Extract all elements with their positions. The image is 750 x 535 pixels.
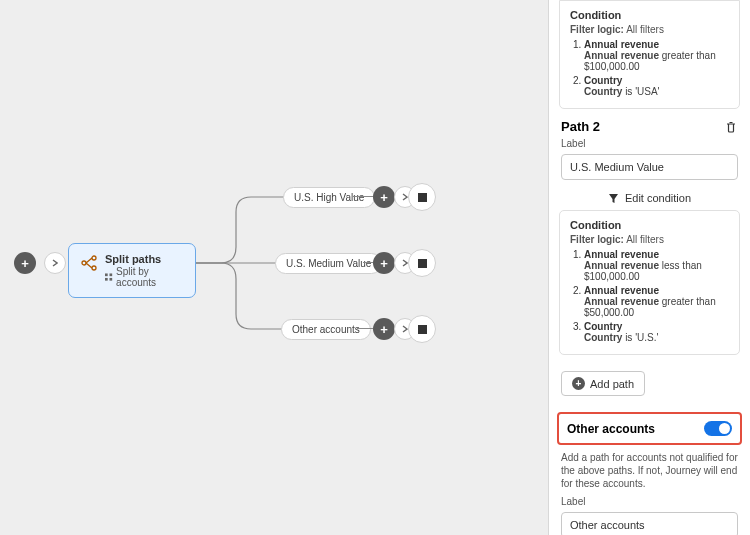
svg-rect-6 xyxy=(109,277,112,280)
other-label-input[interactable] xyxy=(561,512,738,535)
condition-item: Annual revenue Annual revenue less than … xyxy=(584,249,729,282)
chevron-icon xyxy=(44,252,66,274)
condition-title: Condition xyxy=(570,9,729,21)
split-icon xyxy=(80,254,98,272)
add-path-button[interactable]: + Add path xyxy=(561,371,645,396)
svg-rect-5 xyxy=(105,277,108,280)
end-node[interactable] xyxy=(408,183,436,211)
split-node-title: Split paths xyxy=(105,253,184,265)
filter-logic: Filter logic: All filters xyxy=(570,24,729,35)
condition-item: Annual revenue Annual revenue greater th… xyxy=(584,39,729,72)
label-field-label: Label xyxy=(561,138,738,149)
condition-list: Annual revenue Annual revenue greater th… xyxy=(570,39,729,97)
properties-sidebar: Condition Filter logic: All filters Annu… xyxy=(548,0,750,535)
condition-item: Annual revenue Annual revenue greater th… xyxy=(584,285,729,318)
condition-item: Country Country is 'U.S.' xyxy=(584,321,729,343)
svg-point-2 xyxy=(92,266,96,270)
condition-card: Condition Filter logic: All filters Annu… xyxy=(559,210,740,355)
delete-path-button[interactable] xyxy=(724,120,738,134)
svg-rect-3 xyxy=(105,273,108,276)
edit-condition-button[interactable]: Edit condition xyxy=(549,192,750,204)
condition-list: Annual revenue Annual revenue less than … xyxy=(570,249,729,343)
condition-title: Condition xyxy=(570,219,729,231)
split-node-subtitle: Split by accounts xyxy=(105,266,184,288)
path-pill[interactable]: U.S. Medium Value xyxy=(275,253,382,274)
split-paths-node[interactable]: Split paths Split by accounts xyxy=(68,243,196,298)
path-pill[interactable]: U.S. High Value xyxy=(283,187,375,208)
other-accounts-toggle[interactable] xyxy=(704,421,732,436)
journey-canvas[interactable]: + Split paths Split by accounts U.S. xyxy=(0,0,548,535)
branch-edges xyxy=(196,192,286,337)
other-accounts-section: Other accounts xyxy=(557,412,742,445)
add-node-button[interactable]: + xyxy=(14,252,36,274)
end-node[interactable] xyxy=(408,315,436,343)
plus-icon: + xyxy=(572,377,585,390)
filter-icon xyxy=(608,193,619,204)
path-label-input[interactable] xyxy=(561,154,738,180)
grid-icon xyxy=(105,273,113,282)
add-node-button[interactable]: + xyxy=(373,318,395,340)
path-name: Path 2 xyxy=(561,119,600,134)
add-node-button[interactable]: + xyxy=(373,186,395,208)
condition-card: Condition Filter logic: All filters Annu… xyxy=(559,0,740,109)
svg-point-0 xyxy=(82,261,86,265)
other-accounts-description: Add a path for accounts not qualified fo… xyxy=(561,451,738,490)
svg-point-1 xyxy=(92,256,96,260)
end-node[interactable] xyxy=(408,249,436,277)
add-node-button[interactable]: + xyxy=(373,252,395,274)
path-header: Path 2 xyxy=(561,119,738,134)
path-pill[interactable]: Other accounts xyxy=(281,319,371,340)
other-accounts-title: Other accounts xyxy=(567,422,655,436)
filter-logic: Filter logic: All filters xyxy=(570,234,729,245)
condition-item: Country Country is 'USA' xyxy=(584,75,729,97)
label-field-label: Label xyxy=(561,496,738,507)
svg-rect-4 xyxy=(109,273,112,276)
